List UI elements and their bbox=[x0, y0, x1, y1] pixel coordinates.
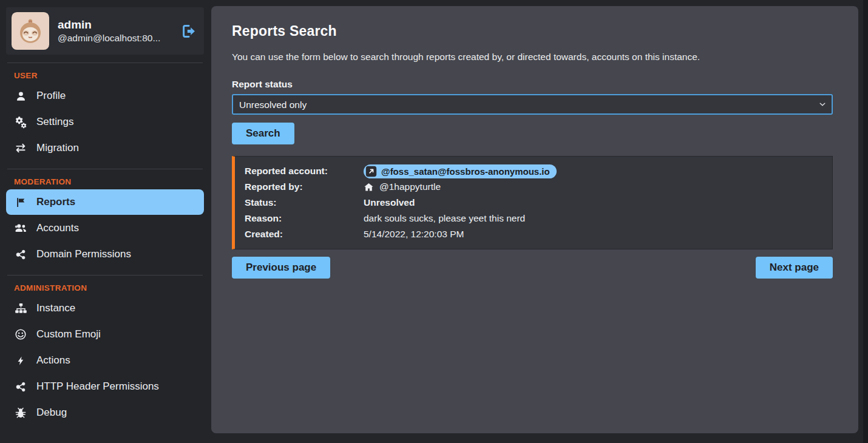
sign-out-icon[interactable] bbox=[180, 23, 197, 39]
report-status-label: Report status bbox=[232, 79, 833, 90]
user-handle: @admin@localhost:80... bbox=[58, 32, 160, 45]
report-row-created: Created: 5/14/2022, 12:20:03 PM bbox=[245, 226, 822, 242]
sidebar-item-migration[interactable]: Migration bbox=[6, 135, 204, 161]
report-label: Status: bbox=[245, 197, 364, 208]
flag-icon bbox=[14, 195, 27, 209]
report-created-value: 5/14/2022, 12:20:03 PM bbox=[364, 229, 464, 240]
sidebar-item-label: HTTP Header Permissions bbox=[36, 380, 159, 393]
search-button[interactable]: Search bbox=[232, 123, 294, 144]
sidebar-section-administration: ADMINISTRATION bbox=[14, 283, 204, 293]
sidebar-item-label: Actions bbox=[36, 354, 70, 367]
sidebar-section-moderation: MODERATION bbox=[14, 177, 204, 186]
sidebar-item-label: Domain Permissions bbox=[36, 248, 131, 260]
divider bbox=[7, 169, 203, 169]
divider bbox=[7, 275, 203, 276]
sidebar-item-label: Migration bbox=[36, 142, 79, 154]
report-status-select-wrap: Unresolved only bbox=[232, 94, 833, 115]
user-icon bbox=[14, 89, 27, 103]
report-row-reason: Reason: dark souls sucks, please yeet th… bbox=[245, 211, 822, 226]
divider bbox=[7, 63, 203, 63]
sidebar: admin @admin@localhost:80... USER Profil… bbox=[0, 0, 211, 443]
bug-icon bbox=[14, 406, 27, 419]
report-row-reported-by: Reported by: @1happyturtle bbox=[245, 179, 822, 195]
gears-icon bbox=[14, 115, 27, 129]
share-nodes-icon bbox=[14, 380, 27, 393]
report-row-account: Reported account: @foss_satan@fossbros-a… bbox=[245, 163, 822, 179]
sidebar-item-label: Reports bbox=[36, 196, 75, 208]
reported-account-handle: @foss_satan@fossbros-anonymous.io bbox=[381, 166, 550, 177]
bolt-icon bbox=[14, 354, 27, 367]
home-icon bbox=[364, 182, 374, 192]
reporter-handle: @1happyturtle bbox=[379, 181, 441, 192]
smiley-icon bbox=[14, 328, 27, 341]
sidebar-item-accounts[interactable]: Accounts bbox=[6, 215, 204, 241]
sidebar-item-instance[interactable]: Instance bbox=[6, 296, 204, 321]
sidebar-item-debug[interactable]: Debug bbox=[6, 400, 204, 425]
previous-page-button[interactable]: Previous page bbox=[232, 257, 330, 279]
sidebar-item-http-header-permissions[interactable]: HTTP Header Permissions bbox=[6, 374, 204, 399]
report-row-status: Status: Unresolved bbox=[245, 195, 822, 211]
sidebar-item-custom-emoji[interactable]: Custom Emoji bbox=[6, 322, 204, 347]
sidebar-item-label: Profile bbox=[36, 90, 66, 102]
report-label: Created: bbox=[245, 229, 364, 240]
page-title: Reports Search bbox=[232, 23, 833, 39]
sidebar-item-domain-permissions[interactable]: Domain Permissions bbox=[6, 242, 204, 267]
sidebar-item-label: Instance bbox=[36, 302, 75, 314]
avatar bbox=[12, 12, 49, 50]
report-status-value: Unresolved bbox=[364, 197, 415, 208]
sidebar-item-settings[interactable]: Settings bbox=[6, 109, 204, 135]
sidebar-item-profile[interactable]: Profile bbox=[6, 83, 204, 109]
page-description: You can use the form below to search thr… bbox=[232, 52, 833, 63]
sidebar-item-label: Settings bbox=[36, 116, 73, 128]
users-icon bbox=[14, 222, 27, 235]
sitemap-icon bbox=[14, 302, 27, 315]
sidebar-item-label: Accounts bbox=[36, 222, 79, 234]
report-label: Reason: bbox=[245, 213, 364, 224]
sidebar-item-reports[interactable]: Reports bbox=[6, 189, 204, 215]
scrollbar[interactable] bbox=[863, 0, 868, 443]
report-label: Reported by: bbox=[245, 181, 364, 192]
sidebar-section-user: USER bbox=[14, 71, 204, 80]
sidebar-item-label: Custom Emoji bbox=[36, 328, 101, 340]
transfer-arrows-icon bbox=[14, 141, 27, 155]
pagination: Previous page Next page bbox=[232, 257, 833, 279]
next-page-button[interactable]: Next page bbox=[756, 257, 833, 279]
external-link-icon bbox=[365, 166, 377, 177]
report-reason-value: dark souls sucks, please yeet this nerd bbox=[364, 213, 525, 224]
user-name: admin bbox=[58, 17, 160, 33]
sidebar-item-label: Debug bbox=[36, 407, 67, 419]
share-nodes-icon bbox=[14, 248, 27, 261]
sidebar-item-actions[interactable]: Actions bbox=[6, 348, 204, 373]
report-card: Reported account: @foss_satan@fossbros-a… bbox=[232, 156, 833, 249]
reports-search-panel: Reports Search You can use the form belo… bbox=[211, 6, 858, 433]
main-area: Reports Search You can use the form belo… bbox=[211, 0, 868, 443]
reported-account-link[interactable]: @foss_satan@fossbros-anonymous.io bbox=[364, 164, 557, 178]
user-card[interactable]: admin @admin@localhost:80... bbox=[6, 7, 204, 55]
report-label: Reported account: bbox=[245, 166, 364, 177]
report-status-select[interactable]: Unresolved only bbox=[232, 94, 833, 115]
